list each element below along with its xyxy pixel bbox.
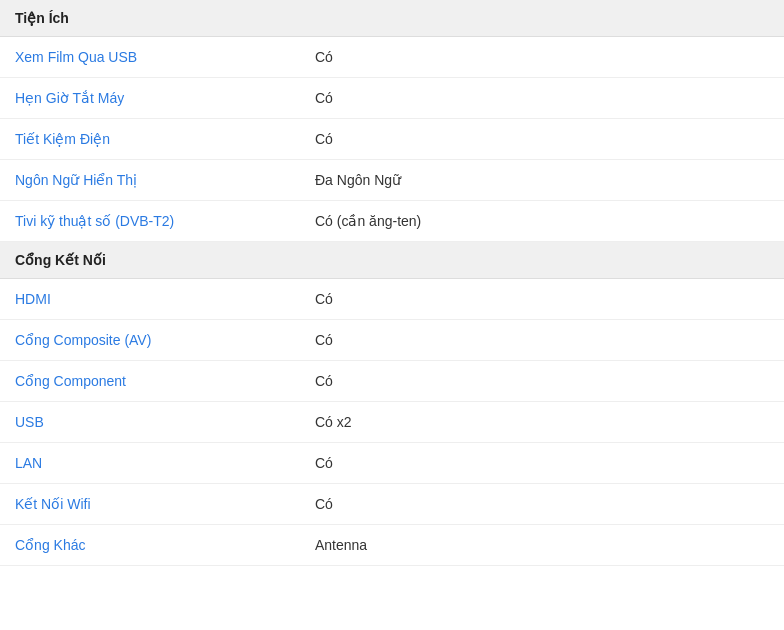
row-label: Tivi kỹ thuật số (DVB-T2) [15, 213, 315, 229]
row-value: Có [315, 496, 769, 512]
table-row: USBCó x2 [0, 402, 784, 443]
row-label: Tiết Kiệm Điện [15, 131, 315, 147]
table-row: Tiết Kiệm ĐiệnCó [0, 119, 784, 160]
row-value: Có [315, 90, 769, 106]
table-row: Kết Nối WifiCó [0, 484, 784, 525]
row-label: Kết Nối Wifi [15, 496, 315, 512]
row-label: HDMI [15, 291, 315, 307]
table-row: Cổng Composite (AV)Có [0, 320, 784, 361]
section-header-cong-ket-noi: Cổng Kết Nối [0, 242, 784, 279]
row-value: Có [315, 131, 769, 147]
row-value: Antenna [315, 537, 769, 553]
table-row: Xem Film Qua USBCó [0, 37, 784, 78]
row-value: Có [315, 49, 769, 65]
row-value: Có (cần ăng-ten) [315, 213, 769, 229]
row-label: LAN [15, 455, 315, 471]
row-value: Có [315, 291, 769, 307]
spec-table: Tiện ÍchXem Film Qua USBCóHẹn Giờ Tắt Má… [0, 0, 784, 630]
row-value: Có [315, 455, 769, 471]
row-label: USB [15, 414, 315, 430]
section-header-tien-ich: Tiện Ích [0, 0, 784, 37]
row-label: Cổng Composite (AV) [15, 332, 315, 348]
row-label: Cổng Component [15, 373, 315, 389]
row-value: Đa Ngôn Ngữ [315, 172, 769, 188]
row-label: Cổng Khác [15, 537, 315, 553]
row-value: Có x2 [315, 414, 769, 430]
table-row: HDMICó [0, 279, 784, 320]
table-row: LANCó [0, 443, 784, 484]
row-value: Có [315, 332, 769, 348]
table-row: Ngôn Ngữ Hiển ThịĐa Ngôn Ngữ [0, 160, 784, 201]
row-label: Hẹn Giờ Tắt Máy [15, 90, 315, 106]
row-label: Ngôn Ngữ Hiển Thị [15, 172, 315, 188]
table-row: Hẹn Giờ Tắt MáyCó [0, 78, 784, 119]
table-row: Cổng KhácAntenna [0, 525, 784, 566]
table-row: Tivi kỹ thuật số (DVB-T2)Có (cần ăng-ten… [0, 201, 784, 242]
row-label: Xem Film Qua USB [15, 49, 315, 65]
table-row: Cổng ComponentCó [0, 361, 784, 402]
row-value: Có [315, 373, 769, 389]
